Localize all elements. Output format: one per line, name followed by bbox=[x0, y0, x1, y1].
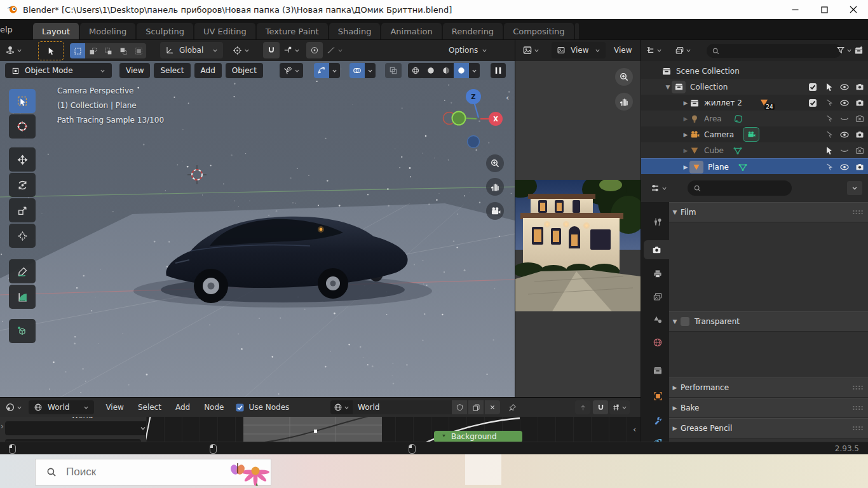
menu-help-clipped[interactable]: elp bbox=[0, 25, 13, 34]
panel-performance-header[interactable]: ▶Performance bbox=[669, 377, 868, 398]
node-snap-toggle[interactable] bbox=[593, 400, 608, 414]
tab-render[interactable] bbox=[644, 240, 669, 259]
select-mode-intersect-button[interactable] bbox=[131, 43, 146, 58]
tab-modifiers[interactable] bbox=[646, 410, 669, 430]
tool-cursor-button[interactable] bbox=[9, 114, 36, 139]
camera-disabled-icon[interactable] bbox=[855, 146, 865, 156]
panel-bake-header[interactable]: ▶Bake bbox=[669, 398, 868, 418]
node-grid[interactable]: Background ‹ bbox=[146, 417, 641, 442]
show-overlays-toggle[interactable] bbox=[349, 63, 365, 78]
select-mode-extend-button[interactable] bbox=[85, 43, 100, 58]
viewport-3d[interactable]: Object Mode View Select Add Object bbox=[0, 61, 515, 397]
outliner-row-cube[interactable]: ▶ Cube bbox=[641, 142, 868, 158]
gizmo-x-axis[interactable]: X bbox=[489, 112, 503, 126]
workspace-tab-uv-editing[interactable]: UV Editing bbox=[194, 23, 255, 39]
tab-output[interactable] bbox=[646, 264, 669, 283]
shading-solid-button[interactable] bbox=[423, 63, 438, 78]
gizmo-z-axis[interactable]: Z bbox=[466, 89, 481, 104]
outliner-display-mode-dropdown[interactable] bbox=[675, 42, 691, 58]
eye-closed-icon[interactable] bbox=[839, 146, 850, 156]
panel-film-header[interactable]: ▼Film bbox=[669, 202, 868, 222]
eye-closed-icon[interactable] bbox=[839, 114, 850, 124]
node-panel-collapse-icon[interactable]: ‹ bbox=[633, 424, 636, 434]
shader-menu-add[interactable]: Add bbox=[175, 403, 190, 412]
gizmo-dropdown[interactable] bbox=[329, 63, 340, 78]
workspace-tab-modeling[interactable]: Modeling bbox=[80, 23, 135, 39]
viewport-pan-button[interactable] bbox=[486, 178, 504, 196]
selectable-icon[interactable] bbox=[824, 162, 834, 172]
properties-search-input[interactable] bbox=[688, 180, 792, 196]
outliner-row-scene-collection[interactable]: Scene Collection bbox=[641, 63, 868, 79]
tool-add-cube-button[interactable] bbox=[9, 319, 36, 343]
camera-disabled-icon[interactable] bbox=[855, 114, 865, 124]
shading-wireframe-button[interactable] bbox=[408, 63, 423, 78]
minimize-button[interactable] bbox=[780, 1, 810, 19]
active-tool-select-box[interactable] bbox=[38, 41, 64, 60]
workspace-tab-clipped[interactable] bbox=[575, 23, 579, 39]
viewport-menu-add[interactable]: Add bbox=[194, 63, 222, 78]
tab-object[interactable] bbox=[646, 386, 669, 405]
world-name-field[interactable]: World bbox=[353, 400, 452, 414]
viewport-zoom-button[interactable] bbox=[486, 154, 504, 172]
tool-measure-button[interactable] bbox=[9, 285, 36, 309]
outliner-row-collection[interactable]: ▼ Collection bbox=[641, 79, 868, 95]
transparent-checkbox[interactable] bbox=[681, 317, 689, 326]
panel-grip[interactable] bbox=[852, 426, 864, 431]
camera-visibility-icon[interactable] bbox=[855, 82, 865, 92]
shading-dropdown[interactable] bbox=[469, 63, 480, 78]
image-view-menu[interactable]: View bbox=[614, 42, 632, 58]
parent-node-tree-button[interactable] bbox=[575, 400, 590, 414]
tab-collection[interactable] bbox=[646, 361, 669, 380]
tab-world[interactable] bbox=[646, 333, 669, 352]
outliner-row-zhillet[interactable]: ▶ жиллет 2 24 bbox=[641, 95, 868, 111]
panel-grip[interactable] bbox=[852, 210, 864, 215]
viewport-menu-view[interactable]: View bbox=[119, 63, 150, 78]
sidebar-collapse-icon[interactable]: ‹ bbox=[506, 93, 509, 102]
image-pan-button[interactable] bbox=[615, 93, 633, 111]
transform-orientation-dropdown[interactable]: Global bbox=[160, 42, 223, 58]
new-collection-button[interactable] bbox=[854, 42, 864, 58]
editor-type-properties-button[interactable] bbox=[650, 183, 667, 193]
viewport-menu-select[interactable]: Select bbox=[154, 63, 190, 78]
pause-render-button[interactable] bbox=[491, 63, 506, 78]
select-mode-subtract-button[interactable] bbox=[100, 43, 116, 58]
select-mode-new-button[interactable] bbox=[70, 43, 85, 58]
sidebar-expand-icon[interactable]: › bbox=[1, 422, 4, 431]
workspace-tab-texture-paint[interactable]: Texture Paint bbox=[257, 23, 328, 39]
shader-menu-view[interactable]: View bbox=[105, 403, 123, 412]
render-checkbox[interactable] bbox=[808, 82, 818, 92]
tool-select-box-button[interactable] bbox=[9, 89, 36, 113]
world-browse-dropdown[interactable] bbox=[330, 400, 353, 414]
panel-transparent-header[interactable]: ▼ Transparent bbox=[669, 311, 868, 332]
show-gizmo-toggle[interactable] bbox=[314, 63, 329, 78]
xray-toggle[interactable] bbox=[385, 63, 402, 78]
selectable-icon[interactable] bbox=[824, 114, 834, 124]
camera-visibility-icon[interactable] bbox=[855, 98, 865, 108]
tool-scale-button[interactable] bbox=[9, 198, 36, 222]
tab-tool[interactable] bbox=[646, 212, 669, 231]
options-dropdown[interactable]: Options bbox=[449, 42, 487, 58]
close-button[interactable] bbox=[839, 1, 868, 19]
workspace-tab-animation[interactable]: Animation bbox=[381, 23, 441, 39]
eye-icon[interactable] bbox=[839, 98, 850, 108]
shader-menu-select[interactable]: Select bbox=[138, 403, 161, 412]
workspace-tab-layout[interactable]: Layout bbox=[33, 23, 79, 39]
editor-type-shader-button[interactable] bbox=[5, 402, 22, 412]
taskbar-search-box[interactable] bbox=[35, 459, 271, 485]
eye-icon[interactable] bbox=[839, 130, 850, 140]
sidebar-dropdown[interactable] bbox=[5, 421, 146, 435]
workspace-tab-shading[interactable]: Shading bbox=[329, 23, 381, 39]
tool-move-button[interactable] bbox=[9, 147, 36, 172]
select-mode-invert-button[interactable] bbox=[116, 43, 131, 58]
background-node-label[interactable]: Background bbox=[451, 432, 497, 441]
tool-transform-button[interactable] bbox=[9, 224, 36, 248]
tab-view-layer[interactable] bbox=[646, 287, 669, 306]
image-zoom-button[interactable] bbox=[615, 68, 633, 86]
viewport-menu-object[interactable]: Object bbox=[226, 63, 263, 78]
tool-rotate-button[interactable] bbox=[9, 173, 36, 197]
workspace-tab-rendering[interactable]: Rendering bbox=[443, 23, 503, 39]
unlink-world-button[interactable] bbox=[485, 400, 500, 414]
image-editor-pane[interactable] bbox=[515, 61, 641, 397]
image-view-selector[interactable]: View bbox=[552, 42, 606, 58]
proportional-falloff-dropdown[interactable] bbox=[324, 42, 346, 58]
